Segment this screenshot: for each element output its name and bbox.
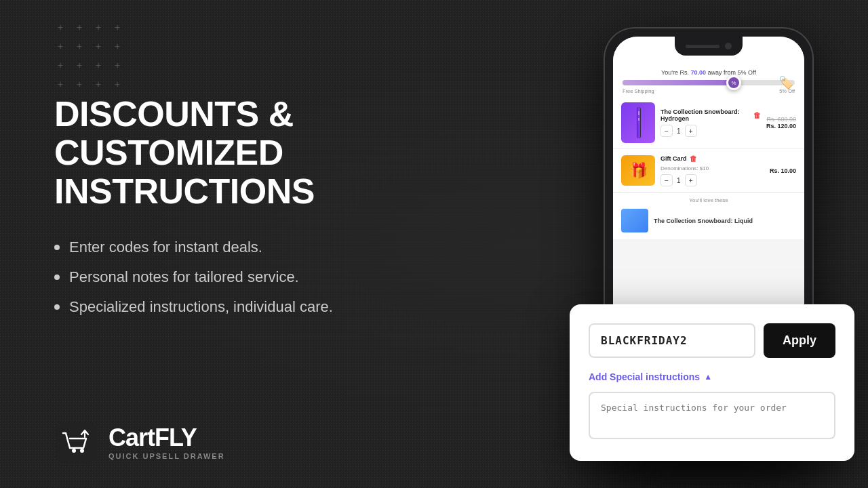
plus-icon: + — [73, 41, 85, 53]
decoration-plus-grid: + + + + + + + + + + + + + + + + — [54, 22, 123, 91]
plus-icon: + — [92, 22, 104, 34]
logo-icon — [54, 420, 98, 464]
progress-labels: Free Shipping 5% Off — [623, 88, 795, 94]
apply-button[interactable]: Apply — [764, 323, 835, 358]
coupon-input[interactable] — [589, 323, 755, 358]
cart-item-giftcard: 🎁 Gift Card 🗑 Denominations: $10 − 1 + — [613, 149, 804, 192]
upsell-item-name: The Collection Snowboard: Liquid — [654, 218, 753, 224]
progress-text: You're Rs. 70.00 away from 5% Off — [623, 69, 795, 76]
upsell-item: The Collection Snowboard: Liquid — [621, 206, 796, 235]
brand-name: CartFLY — [108, 424, 225, 452]
increase-qty-button[interactable]: + — [685, 174, 697, 186]
plus-icon: + — [111, 22, 123, 34]
floating-card: Apply Add Special instructions ▲ — [570, 304, 854, 461]
cart-item-snowboard: The Collection Snowboard: Hydrogen 🗑 − 1… — [613, 97, 804, 149]
bullet-icon — [54, 304, 60, 310]
bullet-icon — [54, 274, 60, 280]
plus-icon: + — [92, 79, 104, 91]
item-name: The Collection Snowboard: Hydrogen 🗑 — [660, 108, 761, 122]
item-controls: − 1 + — [660, 125, 761, 137]
special-instructions-input[interactable] — [589, 392, 835, 439]
plus-icon: + — [73, 22, 85, 34]
page-title: DISCOUNTS & CUSTOMIZED INSTRUCTIONS — [54, 95, 488, 211]
item-name: Gift Card 🗑 — [660, 155, 764, 163]
page: + + + + + + + + + + + + + + + + DISCOUNT… — [0, 0, 868, 488]
increase-qty-button[interactable]: + — [685, 125, 697, 137]
plus-icon: + — [111, 60, 123, 72]
svg-point-1 — [72, 449, 76, 453]
item-controls: − 1 + — [660, 174, 764, 186]
plus-icon: + — [54, 60, 66, 72]
coupon-row: Apply — [589, 323, 835, 358]
speaker — [686, 45, 719, 48]
list-item: Specialized instructions, individual car… — [54, 298, 488, 316]
progress-amount: 70.00 — [691, 69, 707, 76]
item-details-giftcard: Gift Card 🗑 Denominations: $10 − 1 + — [660, 155, 764, 186]
item-subtitle: Denominations: $10 — [660, 165, 764, 171]
brand-text: CartFLY QUICK UPSELL DRAWER — [108, 424, 225, 460]
brand-tagline: QUICK UPSELL DRAWER — [108, 452, 225, 460]
left-panel: DISCOUNTS & CUSTOMIZED INSTRUCTIONS Ente… — [54, 95, 488, 328]
phone-notch — [675, 37, 743, 56]
plus-icon: + — [111, 79, 123, 91]
plus-icon: + — [54, 22, 66, 34]
svg-rect-5 — [638, 111, 639, 115]
plus-icon: + — [73, 79, 85, 91]
list-item: Enter codes for instant deals. — [54, 239, 488, 256]
branding-section: CartFLY QUICK UPSELL DRAWER — [54, 420, 225, 464]
delete-icon[interactable]: 🗑 — [753, 111, 761, 119]
item-price: Rs. 10.00 — [770, 167, 796, 174]
upsell-section: You'll love these The Collection Snowboa… — [613, 192, 804, 239]
item-image-snowboard — [621, 102, 655, 143]
feature-list: Enter codes for instant deals. Personal … — [54, 239, 488, 316]
upsell-label: You'll love these — [621, 197, 796, 203]
plus-icon: + — [111, 41, 123, 53]
decrease-qty-button[interactable]: − — [660, 125, 673, 137]
progress-section: You're Rs. 70.00 away from 5% Off % 🏷️ — [613, 64, 804, 97]
item-image-giftcard: 🎁 — [621, 155, 655, 186]
plus-icon: + — [54, 41, 66, 53]
progress-track: % 🏷️ — [623, 80, 795, 85]
quantity-display: 1 — [677, 127, 681, 135]
svg-point-2 — [80, 449, 84, 453]
list-item: Personal notes for tailored service. — [54, 268, 488, 286]
special-instructions-label: Add Special instructions — [589, 371, 700, 382]
plus-icon: + — [92, 60, 104, 72]
svg-rect-6 — [638, 118, 639, 121]
progress-thumb-label: % — [732, 80, 736, 86]
item-price: Rs. 600.00 Rs. 120.00 — [766, 116, 796, 129]
decrease-qty-button[interactable]: − — [660, 174, 673, 186]
plus-icon: + — [54, 79, 66, 91]
bullet-icon — [54, 245, 60, 250]
chevron-up-icon: ▲ — [704, 372, 712, 382]
upsell-item-image — [621, 209, 648, 232]
item-details-snowboard: The Collection Snowboard: Hydrogen 🗑 − 1… — [660, 108, 761, 137]
svg-rect-0 — [56, 422, 96, 462]
quantity-display: 1 — [677, 177, 681, 184]
camera — [725, 43, 732, 49]
phone-content: You're Rs. 70.00 away from 5% Off % 🏷️ — [613, 37, 804, 239]
plus-icon: + — [73, 60, 85, 72]
progress-emoji: 🏷️ — [778, 75, 793, 90]
plus-icon: + — [92, 41, 104, 53]
progress-thumb: % — [726, 75, 741, 90]
special-instructions-toggle[interactable]: Add Special instructions ▲ — [589, 371, 835, 382]
delete-icon[interactable]: 🗑 — [690, 155, 697, 163]
progress-fill: % — [623, 80, 734, 85]
